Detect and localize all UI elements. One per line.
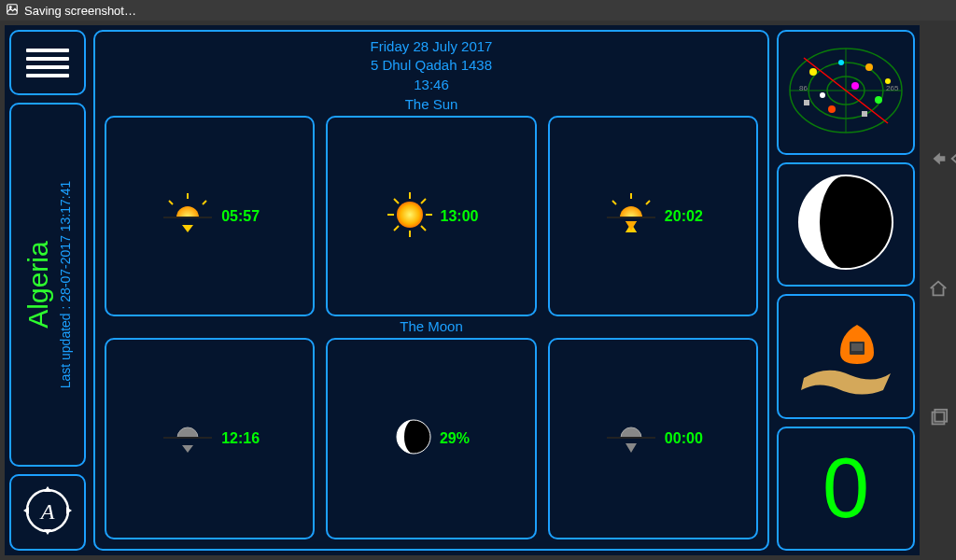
qibla-button[interactable] bbox=[777, 294, 915, 419]
moon-row: 12:16 29% bbox=[105, 338, 758, 539]
menu-button[interactable] bbox=[9, 30, 86, 95]
recents-nav-icon[interactable] bbox=[928, 408, 949, 432]
current-time: 13:46 bbox=[105, 76, 758, 94]
svg-point-42 bbox=[851, 82, 859, 90]
left-column: Algeria Last updated : 28-07-2017 13:17:… bbox=[9, 30, 86, 551]
moon-phase-large-icon bbox=[794, 171, 897, 277]
svg-text:265: 265 bbox=[886, 84, 899, 92]
counter-value: 0 bbox=[822, 446, 869, 530]
sun-icon bbox=[385, 189, 435, 244]
moonrise-time: 12:16 bbox=[221, 430, 260, 447]
android-navbar bbox=[920, 21, 956, 560]
main-column: Friday 28 July 2017 5 Dhul Qadah 1438 13… bbox=[93, 30, 769, 551]
sunrise-card[interactable]: 05:57 bbox=[105, 116, 315, 317]
svg-point-44 bbox=[838, 60, 844, 65]
moon-section-label: The Moon bbox=[105, 318, 758, 334]
sun-row: 05:57 bbox=[105, 116, 758, 317]
location-panel[interactable]: Algeria Last updated : 28-07-2017 13:17:… bbox=[9, 103, 86, 467]
device-frame: Algeria Last updated : 28-07-2017 13:17:… bbox=[0, 21, 956, 560]
moonrise-icon bbox=[160, 415, 216, 462]
svg-point-41 bbox=[875, 96, 882, 104]
moonset-card[interactable]: 00:00 bbox=[548, 338, 758, 539]
svg-line-15 bbox=[421, 226, 426, 231]
sunset-card[interactable]: 20:02 bbox=[548, 116, 758, 317]
svg-text:A: A bbox=[39, 499, 55, 524]
svg-line-17 bbox=[421, 199, 426, 203]
sun-transit-card[interactable]: 13:00 bbox=[326, 116, 536, 317]
moon-phase-button[interactable] bbox=[777, 162, 915, 287]
svg-line-16 bbox=[394, 226, 399, 231]
sunrise-icon bbox=[160, 191, 216, 242]
menu-icon bbox=[26, 44, 69, 82]
date-header: Friday 28 July 2017 5 Dhul Qadah 1438 13… bbox=[105, 37, 758, 94]
sun-section-label: The Sun bbox=[105, 96, 758, 112]
svg-point-18 bbox=[397, 202, 423, 228]
sunrise-time: 05:57 bbox=[221, 208, 260, 225]
image-icon bbox=[6, 3, 19, 19]
svg-line-14 bbox=[394, 199, 399, 203]
svg-line-7 bbox=[203, 201, 206, 204]
svg-point-38 bbox=[809, 68, 817, 76]
gregorian-date: Friday 28 July 2017 bbox=[105, 37, 758, 56]
svg-rect-47 bbox=[804, 100, 809, 105]
app-screen: Algeria Last updated : 28-07-2017 13:17:… bbox=[5, 25, 920, 555]
satellite-button[interactable]: 86265 bbox=[777, 30, 915, 155]
main-panel: Friday 28 July 2017 5 Dhul Qadah 1438 13… bbox=[93, 30, 769, 551]
qibla-icon bbox=[790, 308, 902, 405]
svg-line-21 bbox=[612, 201, 616, 204]
home-nav-icon[interactable] bbox=[928, 278, 949, 302]
moon-phase-card[interactable]: 29% bbox=[326, 338, 536, 539]
svg-text:86: 86 bbox=[799, 84, 808, 92]
sun-transit-time: 13:00 bbox=[441, 208, 479, 225]
sunset-icon bbox=[603, 191, 659, 242]
moon-phase-small-icon bbox=[393, 416, 434, 461]
svg-rect-53 bbox=[851, 343, 863, 351]
svg-line-22 bbox=[646, 201, 650, 204]
svg-point-40 bbox=[828, 105, 836, 113]
moonrise-card[interactable]: 12:16 bbox=[105, 338, 315, 539]
sunset-time: 20:02 bbox=[665, 208, 703, 225]
svg-line-6 bbox=[169, 201, 173, 204]
svg-rect-46 bbox=[862, 111, 867, 117]
location-name: Algeria bbox=[22, 181, 54, 389]
svg-point-43 bbox=[820, 92, 825, 98]
radar-icon: 86265 bbox=[785, 44, 907, 141]
svg-point-1 bbox=[9, 6, 11, 7]
moon-phase-percent: 29% bbox=[440, 430, 470, 447]
last-updated-label: Last updated : 28-07-2017 13:17:41 bbox=[58, 181, 73, 389]
compass-button[interactable]: A bbox=[9, 474, 86, 551]
hijri-date: 5 Dhul Qadah 1438 bbox=[105, 56, 758, 75]
right-column: 86265 bbox=[777, 30, 915, 551]
svg-point-39 bbox=[865, 63, 873, 71]
compass-a-icon: A bbox=[21, 484, 74, 540]
android-statusbar: Saving screenshot… bbox=[0, 0, 956, 21]
counter-button[interactable]: 0 bbox=[777, 427, 915, 552]
status-text: Saving screenshot… bbox=[24, 4, 136, 18]
moonset-time: 00:00 bbox=[665, 430, 703, 447]
moonset-icon bbox=[603, 415, 659, 462]
back-nav-icon[interactable] bbox=[928, 148, 949, 173]
